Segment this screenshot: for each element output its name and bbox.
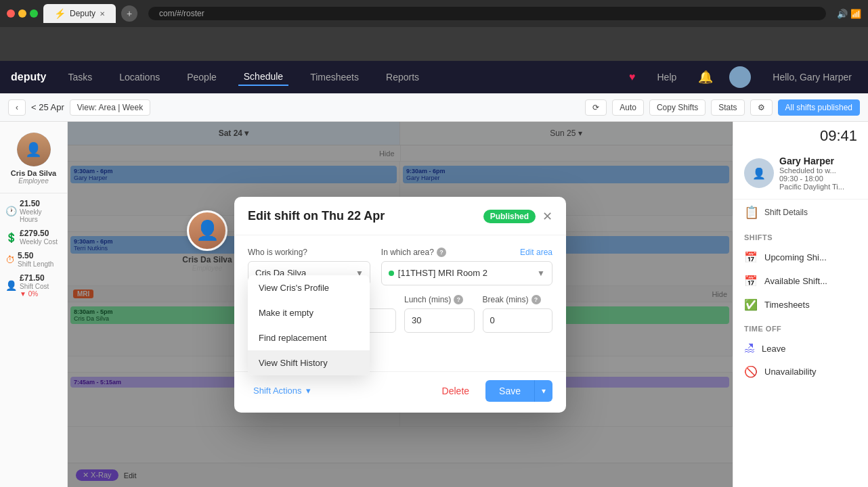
available-shifts-item[interactable]: 📅 Available Shift... bbox=[733, 269, 868, 293]
available-label: Available Shift... bbox=[764, 276, 827, 286]
dropdown-item-find-replacement[interactable]: Find replacement bbox=[248, 325, 370, 350]
modal-employee-role: Employee bbox=[180, 264, 234, 272]
copy-shifts-btn[interactable]: Copy Shifts bbox=[649, 99, 706, 116]
heart-icon[interactable]: ♥ bbox=[629, 71, 636, 83]
who-label: Who is working? bbox=[248, 248, 370, 257]
dropdown-item-make-empty[interactable]: Make it empty bbox=[248, 300, 370, 325]
area-select-display[interactable]: [11THST] MRI Room 2 ▼ bbox=[381, 261, 552, 285]
shift-details-label: Shift Details bbox=[764, 208, 808, 217]
dropdown-item-view-profile[interactable]: View Cris's Profile bbox=[248, 275, 370, 300]
panel-user-info: Gary Harper Scheduled to w... 09:30 - 18… bbox=[779, 156, 844, 191]
weekly-hours-value: 21.50 bbox=[20, 199, 62, 208]
leave-item[interactable]: 🏖 Leave bbox=[733, 337, 868, 360]
area-chevron-icon: ▼ bbox=[537, 269, 545, 278]
settings-btn[interactable]: ⚙ bbox=[750, 99, 773, 116]
nav-locations[interactable]: Locations bbox=[114, 69, 165, 85]
tab-close-icon[interactable]: ✕ bbox=[100, 10, 105, 18]
nav-tasks[interactable]: Tasks bbox=[62, 69, 97, 85]
shift-cost-change: ▼ 0% bbox=[20, 290, 49, 298]
prev-date-btn[interactable]: ‹ bbox=[8, 99, 26, 116]
panel-user-time: 09:30 - 18:00 bbox=[779, 175, 844, 183]
app-container: deputy Tasks Locations People Schedule T… bbox=[0, 61, 868, 487]
new-tab-button[interactable]: + bbox=[121, 5, 137, 22]
panel-user-avatar: 👤 bbox=[744, 158, 774, 188]
panel-user-tz: Pacific Daylight Ti... bbox=[779, 183, 844, 191]
shift-details-icon: 📋 bbox=[744, 205, 759, 220]
shift-length-value: 5.50 bbox=[18, 251, 53, 260]
view-selector-btn[interactable]: View: Area | Week bbox=[70, 99, 150, 116]
shift-actions-button[interactable]: Shift Actions ▾ bbox=[248, 381, 316, 400]
panel-user-name: Gary Harper bbox=[779, 156, 844, 166]
right-panel: 09:41 👤 Gary Harper Scheduled to w... 09… bbox=[733, 122, 868, 487]
area-value: [11THST] MRI Room 2 bbox=[398, 268, 487, 278]
nav-schedule[interactable]: Schedule bbox=[238, 68, 288, 86]
weekly-cost-stat: 💲 £279.50 Weekly Cost bbox=[0, 226, 67, 248]
unavailability-icon: 🚫 bbox=[744, 365, 758, 378]
all-published-btn[interactable]: All shifts published bbox=[778, 99, 860, 116]
address-bar[interactable]: com/#/roster bbox=[148, 7, 826, 20]
nav-user-greeting[interactable]: Hello, Gary Harper bbox=[767, 69, 857, 85]
app-logo: deputy bbox=[11, 71, 46, 83]
system-icons: 🔊 📶 bbox=[837, 9, 861, 19]
save-button-group: Save ▾ bbox=[485, 380, 552, 402]
notifications-icon[interactable]: 🔔 bbox=[698, 70, 713, 85]
stats-btn[interactable]: Stats bbox=[711, 99, 744, 116]
area-info-icon: ? bbox=[437, 248, 446, 257]
modal-footer: Shift Actions ▾ Delete Save ▾ bbox=[234, 371, 566, 413]
nav-help[interactable]: Help bbox=[652, 69, 682, 85]
save-button[interactable]: Save bbox=[485, 380, 534, 402]
time-off-section-label: TIME OFF bbox=[733, 317, 868, 337]
unavailability-label: Unavailability bbox=[764, 367, 817, 377]
lunch-input[interactable] bbox=[404, 308, 475, 333]
cost-icon: 👤 bbox=[5, 280, 17, 291]
timesheets-label: Timesheets bbox=[764, 300, 810, 310]
avatar-face: 👤 bbox=[17, 133, 51, 166]
nav-timesheets[interactable]: Timesheets bbox=[305, 69, 364, 85]
clock-icon: 🕐 bbox=[5, 206, 17, 216]
weekly-hours-stat: 🕐 21.50 Weekly Hours bbox=[0, 196, 67, 226]
nav-reports[interactable]: Reports bbox=[381, 69, 425, 85]
schedule-grid: Sat 24 ▾ Sun 25 ▾ Hide 9:30am - 6pm Gary… bbox=[68, 122, 733, 487]
browser-tab[interactable]: ⚡ Deputy ✕ bbox=[43, 4, 116, 23]
area-dot-icon bbox=[389, 271, 394, 276]
refresh-btn[interactable]: ⟳ bbox=[585, 99, 607, 116]
minimize-window-btn[interactable] bbox=[18, 9, 26, 18]
shift-cost-value: £71.50 bbox=[20, 273, 49, 283]
shift-actions-chevron-icon: ▾ bbox=[306, 386, 311, 396]
employee-card: 👤 Cris Da Silva Employee bbox=[0, 127, 67, 190]
area-label: In which area? ? bbox=[381, 248, 446, 257]
upcoming-shifts-item[interactable]: 📅 Upcoming Shi... bbox=[733, 246, 868, 269]
user-avatar[interactable] bbox=[729, 66, 751, 88]
close-window-btn[interactable] bbox=[7, 9, 15, 18]
close-modal-button[interactable]: ✕ bbox=[542, 209, 552, 224]
break-input[interactable] bbox=[483, 308, 553, 333]
nav-people[interactable]: People bbox=[181, 69, 222, 85]
edit-area-link[interactable]: Edit area bbox=[520, 248, 552, 257]
modal-overlay: 👤 Cris Da Silva Employee Edit shift on T… bbox=[68, 122, 733, 487]
delete-button[interactable]: Delete bbox=[431, 380, 480, 402]
app-navigation: deputy Tasks Locations People Schedule T… bbox=[0, 61, 868, 93]
browser-top-bar: ⚡ Deputy ✕ + com/#/roster 🔊 📶 bbox=[0, 0, 868, 27]
url-display: com/#/roster bbox=[159, 9, 204, 18]
shift-details-item[interactable]: 📋 Shift Details bbox=[733, 200, 868, 225]
timesheets-icon: ✅ bbox=[744, 298, 758, 311]
timesheets-item[interactable]: ✅ Timesheets bbox=[733, 293, 868, 317]
employee-role: Employee bbox=[5, 177, 62, 185]
lunch-field-group: Lunch (mins) ? bbox=[404, 295, 475, 333]
panel-time-display: 09:41 bbox=[733, 122, 868, 147]
auto-btn[interactable]: Auto bbox=[612, 99, 644, 116]
panel-user-schedule: Scheduled to w... bbox=[779, 166, 844, 175]
unavailability-item[interactable]: 🚫 Unavailability bbox=[733, 360, 868, 384]
employee-name: Cris Da Silva bbox=[5, 169, 62, 177]
employee-avatar: 👤 bbox=[17, 133, 51, 166]
shift-cost-label: Shift Cost bbox=[20, 283, 49, 290]
break-info-icon: ? bbox=[531, 295, 541, 304]
date-range-label: < 25 Apr bbox=[31, 102, 64, 112]
maximize-window-btn[interactable] bbox=[30, 9, 38, 18]
upcoming-label: Upcoming Shi... bbox=[764, 252, 827, 262]
shift-cost-stat: 👤 £71.50 Shift Cost ▼ 0% bbox=[0, 271, 67, 300]
dropdown-item-view-history[interactable]: View Shift History bbox=[248, 350, 370, 375]
save-split-button[interactable]: ▾ bbox=[534, 380, 552, 402]
edit-shift-modal: Edit shift on Thu 22 Apr Published ✕ bbox=[234, 197, 566, 413]
leave-label: Leave bbox=[762, 344, 785, 354]
